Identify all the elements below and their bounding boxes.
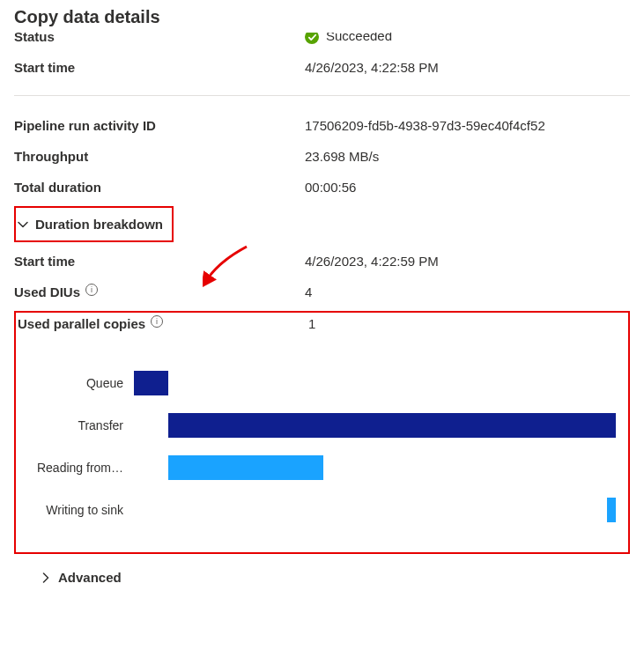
chart-label: Writing to sink (21, 503, 134, 517)
chart-bar (607, 498, 616, 522)
chart-label: Queue (21, 376, 134, 390)
used-dius-row: Used DIUs i 4 (14, 277, 630, 307)
duration-breakdown-toggle[interactable]: Duration breakdown (18, 211, 163, 237)
total-duration-label: Total duration (14, 180, 305, 195)
chart-row: Writing to sink (21, 498, 616, 522)
used-dius-label: Used DIUs i (14, 284, 305, 299)
page-title: Copy data details (14, 0, 630, 33)
info-icon[interactable]: i (151, 315, 163, 328)
chart-track (134, 413, 616, 438)
chart-label: Reading from… (21, 461, 134, 475)
advanced-toggle[interactable]: Advanced (41, 565, 630, 590)
divider (14, 95, 630, 96)
chevron-right-icon (41, 572, 51, 583)
chart-track (134, 371, 616, 395)
start-time-row: Start time 4/26/2023, 4:22:58 PM (14, 52, 630, 83)
chart-row: Queue (21, 371, 616, 395)
breakdown-start-label: Start time (14, 254, 305, 269)
chart-label: Transfer (21, 418, 134, 432)
advanced-label: Advanced (58, 570, 122, 585)
status-row: Status Succeeded (14, 33, 630, 52)
used-parallel-row: Used parallel copies i 1 (16, 313, 628, 339)
total-duration-value: 00:00:56 (305, 180, 630, 195)
pipeline-id-value: 17506209-fd5b-4938-97d3-59ec40f4cf52 (305, 118, 630, 133)
status-value: Succeeded (305, 33, 630, 44)
throughput-label: Throughput (14, 149, 305, 164)
total-duration-row: Total duration 00:00:56 (14, 172, 630, 203)
chart-bar (168, 455, 323, 480)
chart-bar (168, 413, 616, 438)
used-dius-value: 4 (305, 284, 630, 299)
pipeline-id-row: Pipeline run activity ID 17506209-fd5b-4… (14, 110, 630, 141)
chart-row: Reading from… (21, 455, 616, 480)
breakdown-start-value: 4/26/2023, 4:22:59 PM (305, 254, 630, 269)
breakdown-start-row: Start time 4/26/2023, 4:22:59 PM (14, 246, 630, 277)
start-time-label: Start time (14, 60, 305, 75)
duration-breakdown-label: Duration breakdown (35, 217, 163, 232)
chart-track (134, 498, 616, 522)
throughput-row: Throughput 23.698 MB/s (14, 141, 630, 172)
status-label: Status (14, 33, 305, 44)
info-icon[interactable]: i (85, 284, 98, 296)
success-icon (305, 33, 319, 44)
duration-chart: QueueTransferReading from…Writing to sin… (16, 339, 628, 543)
used-parallel-value: 1 (308, 316, 628, 331)
chart-track (134, 455, 616, 480)
throughput-value: 23.698 MB/s (305, 149, 630, 164)
chevron-down-icon (18, 219, 28, 230)
start-time-value: 4/26/2023, 4:22:58 PM (305, 60, 630, 75)
pipeline-id-label: Pipeline run activity ID (14, 118, 305, 133)
chart-row: Transfer (21, 413, 616, 438)
used-parallel-label: Used parallel copies i (18, 316, 308, 331)
chart-bar (134, 371, 168, 395)
